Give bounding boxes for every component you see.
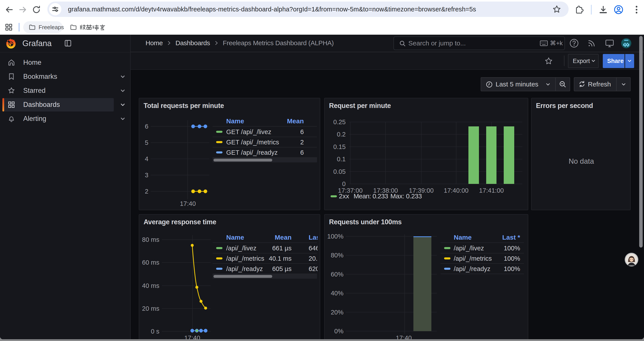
- svg-text:100%: 100%: [504, 255, 520, 262]
- svg-text:/api/_/metrics: /api/_/metrics: [454, 255, 492, 262]
- svg-text:605 µs: 605 µs: [272, 265, 292, 272]
- svg-text:Name: Name: [454, 234, 472, 241]
- svg-text:0.15: 0.15: [334, 143, 346, 150]
- svg-text:40.1 ms: 40.1 ms: [269, 255, 292, 262]
- svg-text:Mean: Mean: [287, 117, 304, 125]
- svg-text:/api/_/livez: /api/_/livez: [454, 245, 484, 252]
- svg-text:6: 6: [300, 149, 304, 156]
- svg-text:0%: 0%: [334, 327, 344, 335]
- svg-text:Name: Name: [226, 234, 244, 241]
- svg-text:0.05: 0.05: [334, 168, 346, 175]
- svg-text:661 µs: 661 µs: [272, 245, 292, 252]
- svg-text:620 µs: 620 µs: [309, 265, 318, 272]
- svg-text:17:40:00: 17:40:00: [444, 187, 469, 194]
- svg-text:17:40: 17:40: [184, 334, 200, 339]
- svg-text:60 ms: 60 ms: [142, 259, 159, 266]
- svg-text:0: 0: [342, 180, 346, 187]
- svg-text:0.1: 0.1: [337, 156, 346, 163]
- svg-text:5: 5: [145, 139, 148, 146]
- svg-text:Max: 0.233: Max: 0.233: [390, 192, 422, 200]
- svg-text:3: 3: [145, 172, 148, 179]
- svg-text:Name: Name: [226, 117, 244, 125]
- svg-text:646 µs: 646 µs: [309, 245, 318, 252]
- svg-text:/api/_/readyz: /api/_/readyz: [454, 265, 490, 272]
- svg-text:100%: 100%: [504, 245, 520, 252]
- svg-text:GET /api/_/livez: GET /api/_/livez: [226, 128, 271, 135]
- svg-text:100%: 100%: [504, 265, 520, 272]
- svg-text:17:40: 17:40: [180, 200, 196, 207]
- svg-text:80%: 80%: [331, 252, 344, 259]
- svg-text:0 s: 0 s: [151, 328, 159, 335]
- svg-text:2xx: 2xx: [339, 192, 349, 200]
- svg-text:40 ms: 40 ms: [142, 282, 159, 289]
- svg-text:20%: 20%: [331, 309, 344, 316]
- svg-text:20.5 ms: 20.5 ms: [309, 255, 318, 262]
- svg-text:20 ms: 20 ms: [142, 305, 159, 312]
- svg-text:40%: 40%: [331, 290, 344, 297]
- svg-text:6: 6: [300, 128, 304, 135]
- svg-text:6: 6: [145, 123, 148, 130]
- svg-text:17:41:00: 17:41:00: [479, 187, 504, 194]
- svg-text:Mean: Mean: [275, 234, 292, 241]
- svg-text:2: 2: [300, 139, 304, 146]
- svg-text:GET /api/_/metrics: GET /api/_/metrics: [226, 139, 279, 146]
- svg-text:17:40: 17:40: [396, 334, 412, 339]
- svg-text:60%: 60%: [331, 271, 344, 278]
- svg-text:/api/_/livez: /api/_/livez: [226, 245, 256, 252]
- svg-text:/api/_/metrics: /api/_/metrics: [226, 255, 264, 262]
- svg-text:80 ms: 80 ms: [142, 236, 159, 243]
- svg-text:4: 4: [145, 155, 148, 162]
- svg-text:Last *: Last *: [309, 234, 318, 241]
- svg-text:2: 2: [145, 188, 148, 195]
- svg-text:/api/_/readyz: /api/_/readyz: [226, 265, 263, 272]
- svg-text:0.25: 0.25: [334, 119, 346, 126]
- svg-text:100%: 100%: [327, 233, 344, 240]
- svg-text:GET /api/_/readyz: GET /api/_/readyz: [226, 149, 278, 156]
- svg-text:0.2: 0.2: [337, 131, 346, 138]
- svg-text:Mean: 0.233: Mean: 0.233: [354, 192, 388, 200]
- svg-text:Last *: Last *: [502, 234, 520, 241]
